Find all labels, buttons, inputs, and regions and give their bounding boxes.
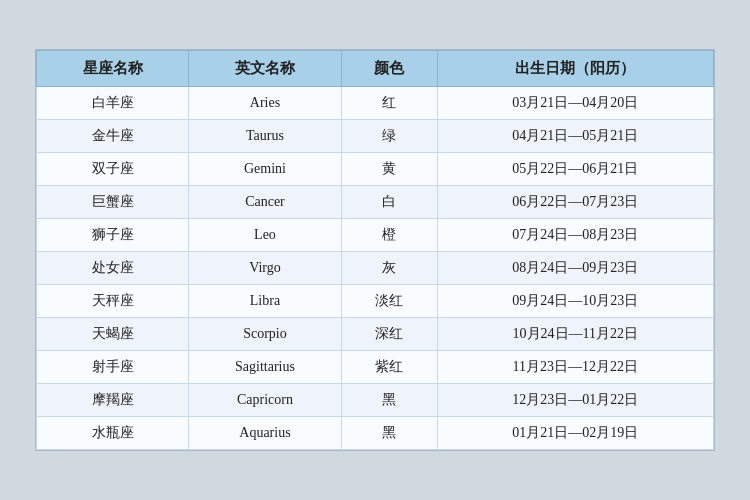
table-body: 白羊座Aries红03月21日—04月20日金牛座Taurus绿04月21日—0… — [37, 87, 714, 450]
cell-zh-name: 双子座 — [37, 153, 189, 186]
cell-zh-name: 射手座 — [37, 351, 189, 384]
cell-color: 黑 — [341, 417, 437, 450]
cell-dates: 03月21日—04月20日 — [437, 87, 713, 120]
zodiac-table-container: 星座名称 英文名称 颜色 出生日期（阳历） 白羊座Aries红03月21日—04… — [35, 49, 715, 451]
cell-dates: 01月21日—02月19日 — [437, 417, 713, 450]
cell-color: 深红 — [341, 318, 437, 351]
cell-dates: 07月24日—08月23日 — [437, 219, 713, 252]
cell-zh-name: 处女座 — [37, 252, 189, 285]
table-header-row: 星座名称 英文名称 颜色 出生日期（阳历） — [37, 51, 714, 87]
cell-en-name: Capricorn — [189, 384, 341, 417]
cell-en-name: Leo — [189, 219, 341, 252]
cell-zh-name: 摩羯座 — [37, 384, 189, 417]
cell-en-name: Gemini — [189, 153, 341, 186]
cell-en-name: Taurus — [189, 120, 341, 153]
cell-color: 紫红 — [341, 351, 437, 384]
cell-color: 红 — [341, 87, 437, 120]
cell-dates: 10月24日—11月22日 — [437, 318, 713, 351]
table-row: 天秤座Libra淡红09月24日—10月23日 — [37, 285, 714, 318]
header-zh-name: 星座名称 — [37, 51, 189, 87]
cell-en-name: Libra — [189, 285, 341, 318]
table-row: 射手座Sagittarius紫红11月23日—12月22日 — [37, 351, 714, 384]
table-row: 白羊座Aries红03月21日—04月20日 — [37, 87, 714, 120]
cell-color: 黄 — [341, 153, 437, 186]
header-en-name: 英文名称 — [189, 51, 341, 87]
cell-zh-name: 天秤座 — [37, 285, 189, 318]
cell-zh-name: 天蝎座 — [37, 318, 189, 351]
cell-en-name: Sagittarius — [189, 351, 341, 384]
cell-zh-name: 狮子座 — [37, 219, 189, 252]
zodiac-table: 星座名称 英文名称 颜色 出生日期（阳历） 白羊座Aries红03月21日—04… — [36, 50, 714, 450]
cell-color: 橙 — [341, 219, 437, 252]
table-row: 天蝎座Scorpio深红10月24日—11月22日 — [37, 318, 714, 351]
table-row: 狮子座Leo橙07月24日—08月23日 — [37, 219, 714, 252]
cell-zh-name: 巨蟹座 — [37, 186, 189, 219]
table-row: 巨蟹座Cancer白06月22日—07月23日 — [37, 186, 714, 219]
cell-dates: 12月23日—01月22日 — [437, 384, 713, 417]
cell-dates: 05月22日—06月21日 — [437, 153, 713, 186]
cell-zh-name: 金牛座 — [37, 120, 189, 153]
cell-color: 黑 — [341, 384, 437, 417]
cell-dates: 04月21日—05月21日 — [437, 120, 713, 153]
table-row: 双子座Gemini黄05月22日—06月21日 — [37, 153, 714, 186]
cell-color: 灰 — [341, 252, 437, 285]
header-dates: 出生日期（阳历） — [437, 51, 713, 87]
table-row: 金牛座Taurus绿04月21日—05月21日 — [37, 120, 714, 153]
cell-en-name: Aries — [189, 87, 341, 120]
header-color: 颜色 — [341, 51, 437, 87]
cell-dates: 11月23日—12月22日 — [437, 351, 713, 384]
cell-zh-name: 白羊座 — [37, 87, 189, 120]
cell-en-name: Virgo — [189, 252, 341, 285]
cell-color: 绿 — [341, 120, 437, 153]
table-row: 处女座Virgo灰08月24日—09月23日 — [37, 252, 714, 285]
cell-zh-name: 水瓶座 — [37, 417, 189, 450]
table-row: 摩羯座Capricorn黑12月23日—01月22日 — [37, 384, 714, 417]
cell-en-name: Aquarius — [189, 417, 341, 450]
cell-color: 白 — [341, 186, 437, 219]
cell-en-name: Cancer — [189, 186, 341, 219]
table-row: 水瓶座Aquarius黑01月21日—02月19日 — [37, 417, 714, 450]
cell-dates: 08月24日—09月23日 — [437, 252, 713, 285]
cell-dates: 06月22日—07月23日 — [437, 186, 713, 219]
cell-color: 淡红 — [341, 285, 437, 318]
cell-dates: 09月24日—10月23日 — [437, 285, 713, 318]
cell-en-name: Scorpio — [189, 318, 341, 351]
